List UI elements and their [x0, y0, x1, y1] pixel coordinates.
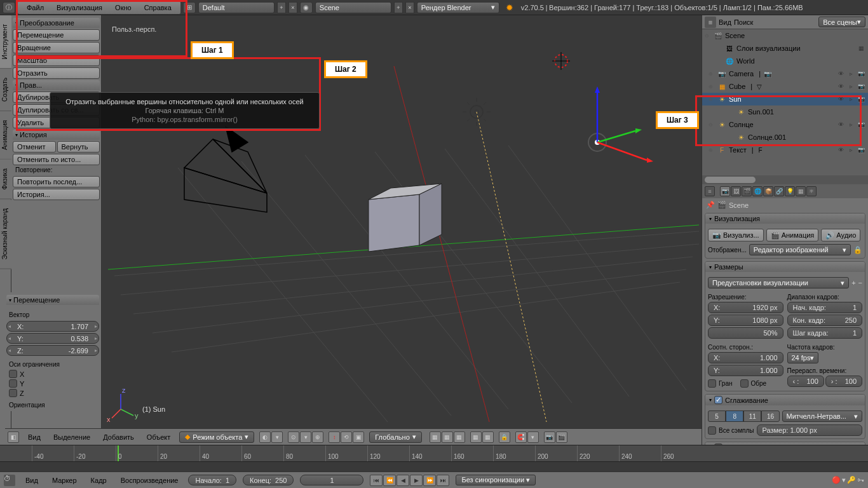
translate-button[interactable]: Перемещение [13, 29, 100, 41]
display-dropdown[interactable]: Редактор изображений▾ [749, 244, 851, 255]
section-aa[interactable]: ✓Сглаживание [705, 395, 865, 405]
pivot-dd[interactable]: ▾ [300, 431, 311, 443]
undo-button[interactable]: Отменит [13, 141, 56, 152]
layers[interactable]: ▦▦▦ ▦▦ [430, 431, 494, 443]
presets-dropdown[interactable]: Предустановки визуализации▾ [708, 277, 849, 288]
add-layout[interactable]: + [277, 2, 286, 13]
tab-data[interactable]: 💡 [785, 186, 795, 196]
del-layout[interactable]: × [288, 2, 297, 13]
section-render[interactable]: Визуализация [705, 214, 865, 224]
audio-button[interactable]: 🔊Аудио [821, 229, 860, 241]
menu-window[interactable]: Окно [109, 3, 138, 13]
mode-dropdown[interactable]: ◆Режим объекта▾ [179, 431, 254, 443]
outliner[interactable]: ⊖🎬Scene 🖼Слои визуализации▦ 🌐World ⊕📷Cam… [702, 29, 868, 175]
3d-viewport[interactable]: Польз.-персп. [102, 15, 702, 428]
add-scene[interactable]: + [394, 2, 403, 13]
panel-transform[interactable]: Преобразование [13, 18, 100, 28]
layout-icon[interactable]: ⊞ [183, 2, 196, 13]
tab-physics[interactable]: ⚛ [806, 186, 817, 196]
menu-file[interactable]: Файл [20, 3, 50, 13]
tl-end[interactable]: Конец:250 [243, 475, 294, 485]
constraint-y[interactable]: Y [6, 379, 99, 388]
manip-scale[interactable]: ▣ [353, 431, 364, 443]
tl-playback[interactable]: Воспроизведение [117, 475, 182, 485]
lock-ui[interactable]: 🔒 [853, 246, 862, 254]
aspect-y[interactable]: Y:1.000 [708, 365, 783, 376]
aa-samples[interactable]: 5 8 11 16 [708, 410, 780, 422]
autokey[interactable]: 🔴 [832, 476, 841, 484]
outliner-view[interactable]: Вид [719, 18, 731, 26]
aa-filter[interactable]: Митчелл-Нетрав...▾ [782, 410, 863, 422]
repeat-last-button[interactable]: Повторить послед... [13, 176, 100, 187]
prop-editor-icon[interactable]: ≡ [705, 186, 715, 196]
full-sample-cb[interactable] [708, 426, 716, 435]
timeline-ruler[interactable]: -40-200204060801001201401601802002202402… [0, 445, 868, 462]
vector-z[interactable]: Z:-2.699 [6, 345, 99, 356]
tab-layers[interactable]: 🖼 [731, 186, 741, 196]
manip-translate[interactable]: ↕ [329, 431, 340, 443]
tab-create[interactable]: Создать [0, 69, 11, 111]
res-x[interactable]: X:1920 px [708, 302, 783, 313]
fps-dropdown[interactable]: 24 fps▾ [787, 352, 819, 363]
frame-end[interactable]: Кон. кадр:250 [787, 315, 863, 326]
frame-start[interactable]: Нач. кадр:1 [787, 302, 863, 313]
sync-dropdown[interactable]: Без синхронизации ▾ [456, 475, 536, 485]
panel-history[interactable]: История [13, 130, 100, 140]
preset-del[interactable]: − [858, 279, 862, 287]
orientation-dropdown[interactable]: Глобально▾ [369, 431, 422, 443]
frame-step[interactable]: Шаг кадра:1 [787, 327, 863, 339]
render-engine-dropdown[interactable]: Рендер Blender▾ [417, 2, 499, 13]
aspect-x[interactable]: X:1.000 [708, 352, 783, 363]
tl-current[interactable]: 1 [300, 475, 363, 485]
outliner-editor-icon[interactable]: ≡ [705, 17, 716, 28]
keyframe-next[interactable]: ⏩ [423, 475, 436, 486]
panel-edit[interactable]: Прав... [13, 80, 100, 90]
tab-texture[interactable]: ▦ [796, 186, 806, 196]
lock-icon[interactable]: 🔒 [499, 431, 510, 443]
jump-start[interactable]: ⏮ [370, 475, 383, 486]
tab-render[interactable]: 📷 [720, 186, 730, 196]
clap-icon[interactable]: 🎬 [556, 431, 567, 443]
res-y[interactable]: Y:1080 px [708, 315, 783, 326]
snap-dd[interactable]: ▾ [527, 431, 539, 443]
redo-button[interactable]: Вернуть [57, 141, 100, 152]
operator-header[interactable]: Перемещение [6, 295, 99, 305]
vh-view[interactable]: Вид [24, 432, 44, 442]
shading-icon[interactable]: ◐ [259, 431, 271, 443]
constraint-x[interactable]: X [6, 369, 99, 379]
tab-tool[interactable]: Инструмент [0, 15, 11, 69]
jump-end[interactable]: ⏭ [437, 475, 449, 486]
render-icon[interactable]: 📷 [544, 431, 555, 443]
preset-add[interactable]: + [851, 279, 855, 287]
editor-icon[interactable]: ◧ [8, 431, 19, 443]
scene-icon[interactable]: ◉ [300, 2, 313, 13]
history-button[interactable]: История... [13, 189, 100, 200]
manip-toggle[interactable]: ⊕ [312, 431, 323, 443]
render-button[interactable]: 📷Визуализ... [708, 229, 764, 241]
menu-help[interactable]: Справка [138, 3, 178, 13]
keyframe-prev[interactable]: ⏪ [383, 475, 396, 486]
scene-dropdown[interactable]: Scene [315, 2, 391, 13]
vh-object[interactable]: Объект [143, 432, 174, 442]
outliner-search[interactable]: Поиск [734, 18, 753, 26]
mirror-button[interactable]: Отразить [13, 67, 100, 79]
border-cb[interactable] [708, 379, 716, 388]
key-delete[interactable]: 🗝 [857, 476, 864, 484]
aa-size[interactable]: Размер: 1.000 px [757, 424, 862, 436]
vector-y[interactable]: Y:0.538 [6, 333, 99, 344]
vh-select[interactable]: Выделение [50, 432, 94, 442]
play-reverse[interactable]: ◀ [397, 475, 409, 486]
menu-render[interactable]: Визуализация [50, 3, 109, 13]
section-dimensions[interactable]: Размеры [705, 262, 865, 272]
outliner-filter[interactable]: Все сцены ▾ [818, 17, 865, 27]
vh-add[interactable]: Добавить [99, 432, 138, 442]
manip-rotate[interactable]: ⟲ [341, 431, 352, 443]
pin-icon[interactable]: 📌 [706, 201, 715, 209]
tab-scene[interactable]: 🎬 [742, 186, 752, 196]
editor-type-icon[interactable]: ⓘ [3, 2, 15, 13]
del-scene[interactable]: × [405, 2, 414, 13]
pivot-icon[interactable]: ⊙ [288, 431, 299, 443]
vector-x[interactable]: X:1.707 [6, 321, 99, 332]
tl-view[interactable]: Вид [22, 475, 42, 485]
play[interactable]: ▶ [410, 475, 423, 486]
